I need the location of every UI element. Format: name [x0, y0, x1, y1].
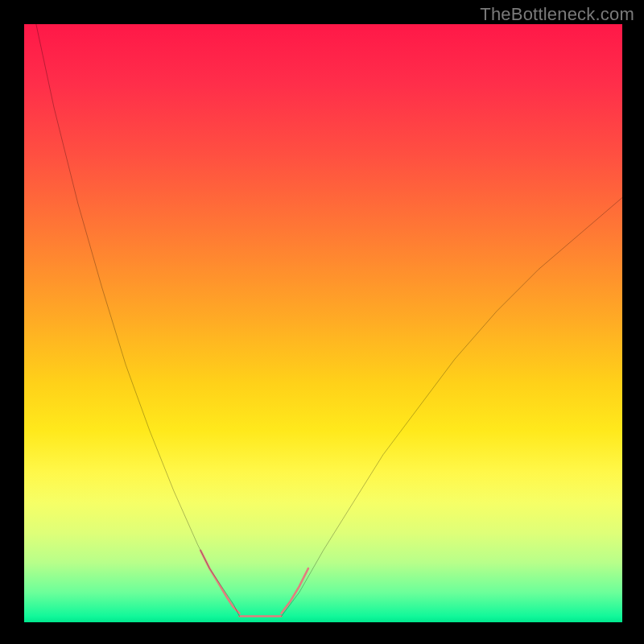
marker-left — [200, 551, 239, 613]
chart-frame: TheBottleneck.com — [0, 0, 644, 644]
curve-right — [281, 197, 622, 616]
curve-left — [36, 24, 240, 617]
watermark-text: TheBottleneck.com — [480, 4, 634, 25]
marker-right — [281, 568, 308, 613]
curve-layer — [24, 24, 622, 622]
plot-area — [24, 24, 622, 622]
